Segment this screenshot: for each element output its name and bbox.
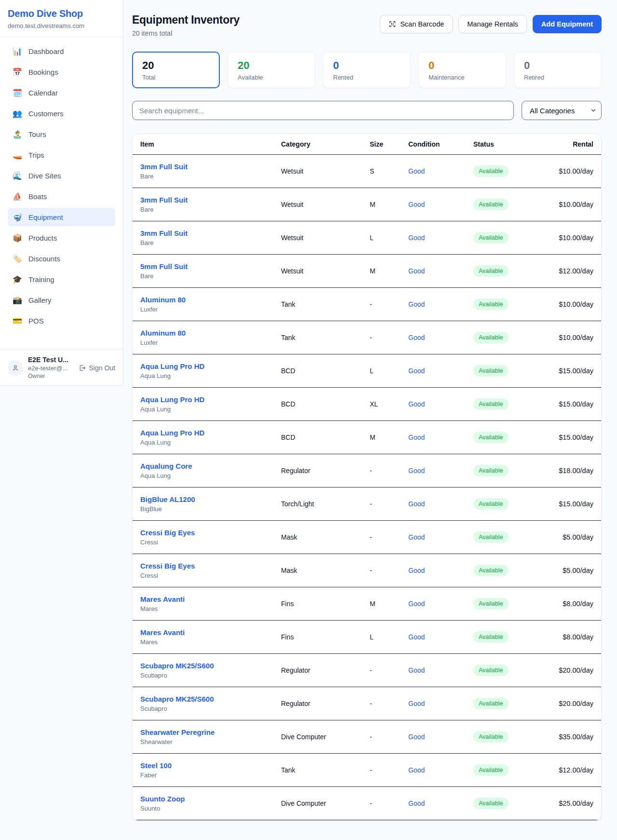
condition-link[interactable]: Good <box>408 201 473 208</box>
item-name-link[interactable]: Scubapro MK25/S600 <box>140 662 281 670</box>
stat-card[interactable]: 0 Rented <box>323 52 411 88</box>
rental-price: $15.00/day <box>546 434 593 441</box>
item-name-link[interactable]: Shearwater Peregrine <box>140 728 281 736</box>
item-name-link[interactable]: Steel 100 <box>140 761 281 770</box>
rental-price: $18.00/day <box>546 467 593 474</box>
sidebar-item[interactable]: 📊 Dashboard <box>8 42 115 60</box>
condition-link[interactable]: Good <box>408 334 473 341</box>
sidebar-item-label: Trips <box>28 151 44 159</box>
size-cell: M <box>370 267 408 275</box>
item-cell: Mares Avanti Mares <box>140 595 281 612</box>
status-badge: Available <box>473 365 509 377</box>
sidebar-item[interactable]: 🎓 Training <box>8 270 115 288</box>
item-name-link[interactable]: Aqualung Core <box>140 462 281 470</box>
item-cell: Aluminum 80 Luxfer <box>140 329 281 346</box>
size-cell: - <box>370 733 408 741</box>
size-cell: L <box>370 234 408 242</box>
sidebar-item[interactable]: 🚤 Trips <box>8 146 115 164</box>
category-cell: BCD <box>281 434 370 441</box>
condition-link[interactable]: Good <box>408 467 473 474</box>
sidebar-item[interactable]: 🤿 Equipment <box>8 208 115 226</box>
item-cell: Aqua Lung Pro HD Aqua Lung <box>140 429 281 446</box>
condition-link[interactable]: Good <box>408 700 473 707</box>
avatar <box>8 360 23 376</box>
stat-value: 20 <box>238 59 305 72</box>
condition-link[interactable]: Good <box>408 799 473 807</box>
rental-price: $10.00/day <box>546 167 593 175</box>
item-cell: Aqua Lung Pro HD Aqua Lung <box>140 395 281 413</box>
condition-link[interactable]: Good <box>408 733 473 741</box>
add-equipment-button[interactable]: Add Equipment <box>533 15 602 33</box>
item-name-link[interactable]: Suunto Zoop <box>140 795 281 803</box>
scan-barcode-button[interactable]: Scan Barcode <box>380 15 453 33</box>
item-name-link[interactable]: Cressi Big Eyes <box>140 528 281 537</box>
item-name-link[interactable]: 3mm Full Suit <box>140 229 281 237</box>
condition-link[interactable]: Good <box>408 400 473 408</box>
size-cell: - <box>370 334 408 341</box>
table-row: 3mm Full Suit Bare Wetsuit S Good Availa… <box>133 155 601 188</box>
stat-value: 0 <box>524 59 591 72</box>
item-cell: 5mm Full Suit Bare <box>140 262 281 280</box>
sidebar-item[interactable]: ⛵ Boats <box>8 187 115 205</box>
status-cell: Available <box>473 199 546 210</box>
manage-rentals-button[interactable]: Manage Rentals <box>458 15 527 33</box>
item-name-link[interactable]: Aqua Lung Pro HD <box>140 395 281 404</box>
sidebar-item[interactable]: 📦 Products <box>8 229 115 247</box>
condition-link[interactable]: Good <box>408 434 473 441</box>
sidebar-item[interactable]: 🗓️ Calendar <box>8 83 115 102</box>
rental-price: $35.00/day <box>546 733 593 741</box>
category-select[interactable]: All Categories <box>522 101 602 120</box>
item-brand: Luxfer <box>140 339 281 346</box>
item-name-link[interactable]: 3mm Full Suit <box>140 163 281 171</box>
stat-card[interactable]: 0 Retired <box>514 52 602 88</box>
item-name-link[interactable]: Aqua Lung Pro HD <box>140 362 281 370</box>
pos-icon: 💳 <box>13 316 22 325</box>
item-name-link[interactable]: Cressi Big Eyes <box>140 562 281 570</box>
category-select-wrap: All Categories <box>522 101 602 120</box>
sidebar-item[interactable]: 🌊 Dive Sites <box>8 166 115 185</box>
stat-card[interactable]: 20 Available <box>228 52 315 88</box>
sidebar-item[interactable]: 📅 Bookings <box>8 63 115 81</box>
user-role: Owner <box>28 373 68 379</box>
item-name-link[interactable]: 3mm Full Suit <box>140 196 281 204</box>
condition-link[interactable]: Good <box>408 300 473 308</box>
condition-link[interactable]: Good <box>408 766 473 774</box>
sidebar-item[interactable]: 💳 POS <box>8 312 115 330</box>
condition-link[interactable]: Good <box>408 666 473 674</box>
condition-link[interactable]: Good <box>408 234 473 242</box>
item-name-link[interactable]: 5mm Full Suit <box>140 262 281 271</box>
condition-link[interactable]: Good <box>408 567 473 574</box>
sidebar-item[interactable]: 🏷️ Discounts <box>8 249 115 268</box>
item-brand: Aqua Lung <box>140 472 281 479</box>
search-input[interactable] <box>132 101 514 120</box>
category-cell: Torch/Light <box>281 500 370 508</box>
condition-link[interactable]: Good <box>408 267 473 275</box>
item-name-link[interactable]: Mares Avanti <box>140 628 281 637</box>
status-badge: Available <box>473 465 509 476</box>
condition-link[interactable]: Good <box>408 167 473 175</box>
status-cell: Available <box>473 332 546 343</box>
status-badge: Available <box>473 165 509 177</box>
sign-out-button[interactable]: Sign Out <box>79 364 115 372</box>
item-name-link[interactable]: Aqua Lung Pro HD <box>140 429 281 437</box>
sidebar-item[interactable]: 📸 Gallery <box>8 291 115 309</box>
stat-card[interactable]: 20 Total <box>132 52 220 88</box>
item-name-link[interactable]: Aluminum 80 <box>140 329 281 337</box>
sidebar-item[interactable]: 🏝️ Tours <box>8 125 115 143</box>
category-cell: Wetsuit <box>281 167 370 175</box>
item-name-link[interactable]: Mares Avanti <box>140 595 281 603</box>
table-row: Cressi Big Eyes Cressi Mask - Good Avail… <box>133 521 601 554</box>
condition-link[interactable]: Good <box>408 367 473 375</box>
item-name-link[interactable]: BigBlue AL1200 <box>140 495 281 503</box>
condition-link[interactable]: Good <box>408 633 473 641</box>
sidebar-item[interactable]: 👥 Customers <box>8 104 115 122</box>
condition-link[interactable]: Good <box>408 500 473 508</box>
stat-card[interactable]: 0 Maintenance <box>418 52 506 88</box>
condition-link[interactable]: Good <box>408 600 473 608</box>
item-name-link[interactable]: Aluminum 80 <box>140 296 281 304</box>
col-header-status: Status <box>473 140 546 148</box>
condition-link[interactable]: Good <box>408 533 473 541</box>
item-name-link[interactable]: Scubapro MK25/S600 <box>140 695 281 703</box>
brand-name[interactable]: Demo Dive Shop <box>8 8 115 19</box>
dashboard-icon: 📊 <box>13 47 22 56</box>
